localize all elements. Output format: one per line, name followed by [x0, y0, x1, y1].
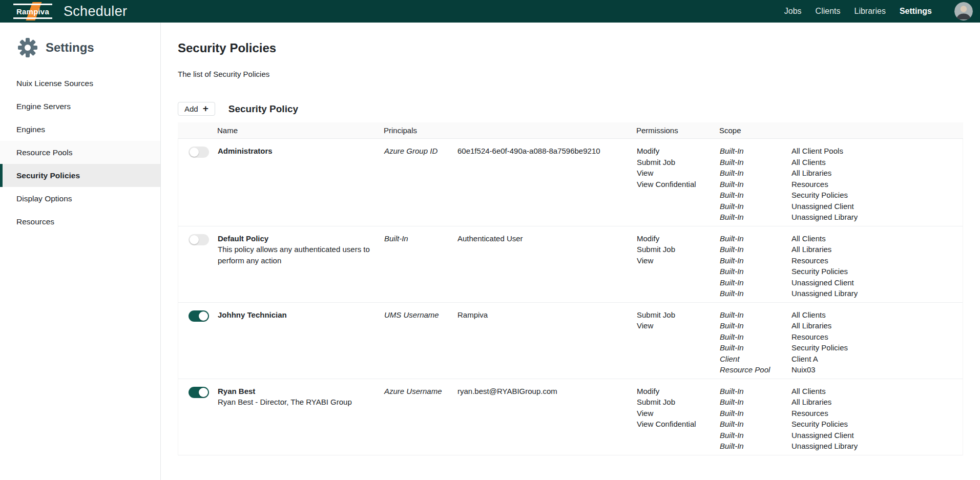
sidebar-item-display-options[interactable]: Display Options	[0, 187, 160, 210]
policy-name: Administrators	[218, 145, 374, 157]
scope-type: Built-In	[720, 441, 781, 452]
scope-type: Built-In	[720, 168, 781, 179]
scope-value: All Client Pools	[791, 145, 952, 157]
scope-value: Security Policies	[791, 342, 952, 353]
principal-value-cell: Rampiva	[457, 303, 637, 379]
permission-item: View Confidential	[637, 419, 710, 430]
scope-type: Built-In	[720, 190, 781, 201]
permissions-cell: ModifySubmit JobView	[637, 226, 720, 302]
nav-jobs[interactable]: Jobs	[784, 7, 802, 16]
scope-value: Unassigned Library	[791, 288, 952, 299]
policy-enabled-toggle[interactable]	[189, 310, 209, 322]
add-security-policy-button[interactable]: Add +	[178, 102, 215, 116]
scope-value: Unassigned Library	[791, 441, 952, 452]
name-cell: Administrators	[218, 139, 384, 226]
column-header-name: Name	[217, 126, 384, 135]
nav-settings[interactable]: Settings	[900, 7, 932, 16]
scope-value: Security Policies	[791, 190, 952, 201]
scope-type: Built-In	[720, 342, 781, 353]
scope-value: All Libraries	[791, 320, 952, 331]
toggle-knob	[190, 148, 199, 157]
scope-types-cell: Built-InBuilt-InBuilt-InBuilt-InBuilt-In…	[720, 226, 791, 302]
principal-type-cell: Azure Username	[384, 379, 457, 455]
principal-value: ryan.best@RYABIGroup.com	[457, 386, 627, 397]
scope-type: Built-In	[720, 419, 781, 430]
rampiva-logo[interactable]: Rampiva	[13, 4, 52, 19]
security-policy-row[interactable]: Ryan Best Ryan Best - Director, The RYAB…	[178, 379, 963, 455]
nav-clients[interactable]: Clients	[816, 7, 841, 16]
sidebar-item-security-policies[interactable]: Security Policies	[0, 164, 160, 187]
permission-item: Submit Job	[637, 244, 710, 255]
policy-description: Ryan Best - Director, The RYABI Group	[218, 396, 374, 408]
sidebar-item-resources[interactable]: Resources	[0, 210, 160, 233]
app-title: Scheduler	[64, 4, 127, 19]
main-content: Security Policies The list of Security P…	[161, 23, 980, 480]
section-title: Security Policy	[228, 103, 298, 115]
scope-value: Security Policies	[791, 419, 952, 430]
toggle-knob	[190, 235, 199, 244]
policy-enabled-toggle[interactable]	[189, 147, 209, 158]
nav-libraries[interactable]: Libraries	[854, 7, 886, 16]
plus-icon: +	[203, 104, 208, 113]
permissions-cell: Submit JobView	[637, 303, 720, 379]
security-policy-row[interactable]: Administrators Azure Group ID 60e1f524-6…	[178, 139, 963, 226]
principal-type: Azure Group ID	[384, 145, 447, 157]
table-header-row: Name Principals Permissions Scope	[178, 122, 963, 139]
scope-value: All Clients	[791, 157, 952, 168]
principal-value-cell: ryan.best@RYABIGroup.com	[457, 379, 637, 455]
scope-type: Client	[720, 353, 781, 365]
scope-type: Built-In	[720, 201, 781, 212]
permission-item: Modify	[637, 386, 710, 397]
permissions-cell: ModifySubmit JobViewView Confidential	[637, 379, 720, 455]
permission-item: Modify	[637, 145, 710, 157]
scope-values-cell: All ClientsAll LibrariesResourcesSecurit…	[791, 226, 963, 302]
scope-value: Resources	[791, 331, 952, 343]
permissions-cell: ModifySubmit JobViewView Confidential	[637, 139, 720, 226]
security-policy-row[interactable]: Johhny Technician UMS Username Rampiva S…	[178, 303, 963, 379]
column-header-scope: Scope	[719, 126, 963, 135]
sidebar-item-engines[interactable]: Engines	[0, 118, 160, 141]
scope-values-cell: All ClientsAll LibrariesResourcesSecurit…	[791, 379, 963, 455]
scope-values-cell: All ClientsAll LibrariesResourcesSecurit…	[791, 303, 963, 379]
scope-value: All Libraries	[791, 244, 952, 255]
scope-value: All Libraries	[791, 168, 952, 179]
scope-type: Built-In	[720, 309, 781, 321]
sidebar-item-resource-pools[interactable]: Resource Pools	[0, 141, 160, 164]
scope-type: Built-In	[720, 331, 781, 343]
policy-enabled-toggle[interactable]	[189, 234, 209, 245]
scope-value: Client A	[791, 353, 952, 365]
sidebar-title: Settings	[46, 40, 94, 55]
toggle-cell	[178, 139, 218, 226]
sidebar-item-nuix-license-sources[interactable]: Nuix License Sources	[0, 72, 160, 95]
principal-type-cell: Built-In	[384, 226, 457, 302]
permission-item: View	[637, 320, 710, 331]
security-policy-table: Name Principals Permissions Scope Admini…	[178, 122, 963, 455]
scope-type: Built-In	[720, 396, 781, 408]
scope-value: Unassigned Client	[791, 430, 952, 441]
user-avatar[interactable]	[954, 2, 973, 20]
scope-type: Built-In	[720, 386, 781, 397]
scope-types-cell: Built-InBuilt-InBuilt-InBuilt-InClientRe…	[720, 303, 791, 379]
scope-type: Built-In	[720, 320, 781, 331]
security-policy-row[interactable]: Default Policy This policy allows any au…	[178, 226, 963, 303]
rampiva-logo-text: Rampiva	[13, 4, 52, 19]
scope-types-cell: Built-InBuilt-InBuilt-InBuilt-InBuilt-In…	[720, 379, 791, 455]
toggle-cell	[178, 303, 218, 379]
name-cell: Ryan Best Ryan Best - Director, The RYAB…	[218, 379, 384, 455]
policy-enabled-toggle[interactable]	[189, 387, 209, 398]
permission-item: Submit Job	[637, 309, 710, 321]
person-icon	[954, 2, 973, 20]
top-bar: Rampiva Scheduler Jobs Clients Libraries…	[0, 0, 980, 23]
scope-type: Built-In	[720, 255, 781, 266]
permission-item: Modify	[637, 233, 710, 244]
top-nav: Jobs Clients Libraries Settings	[784, 2, 973, 20]
page-title: Security Policies	[178, 41, 980, 55]
scope-value: Resources	[791, 408, 952, 419]
sidebar-header: Settings	[0, 37, 160, 58]
scope-value: All Clients	[791, 309, 952, 321]
principal-type: UMS Username	[384, 309, 447, 321]
scope-value: Unassigned Client	[791, 277, 952, 288]
sidebar-item-engine-servers[interactable]: Engine Servers	[0, 95, 160, 118]
scope-type: Built-In	[720, 277, 781, 288]
scope-type: Built-In	[720, 179, 781, 190]
